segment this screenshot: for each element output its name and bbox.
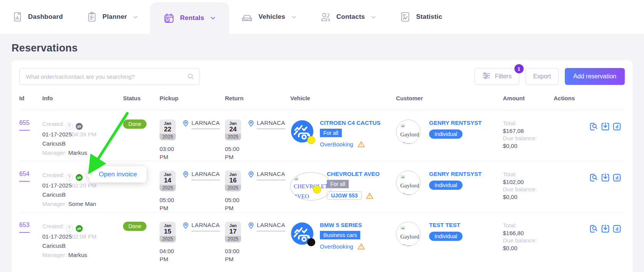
export-button[interactable]: Export <box>526 68 559 85</box>
pickup-location-link[interactable]: LARNACA <box>182 222 220 263</box>
vehicle-alt-text: CHEVROLET AVEO <box>294 181 331 201</box>
pickup-cell: Jan 15 2025 04:00 PM LARNACA <box>160 222 225 263</box>
download-icon[interactable] <box>601 173 610 184</box>
customer-avatar[interactable]: Gaylord Nienow <box>396 222 421 246</box>
document-icon[interactable]: d <box>612 173 622 184</box>
overbooking-link[interactable]: OverBooking <box>320 141 353 148</box>
avatar-alt-text: Gaylord Nienow <box>400 181 420 195</box>
document-icon[interactable]: d <box>612 122 622 133</box>
return-day: 24 <box>225 126 241 134</box>
quickbooks-icon[interactable]: qb <box>76 225 83 232</box>
reservation-id-link[interactable]: 654 <box>19 171 30 182</box>
customer-avatar[interactable]: Gaylord Nienow <box>396 119 421 144</box>
add-reservation-button[interactable]: Add reservation <box>565 68 625 85</box>
vehicle-logo-icon[interactable] <box>290 222 314 245</box>
warning-icon[interactable] <box>357 140 365 148</box>
pickup-day: 15 <box>160 228 176 236</box>
search-icon[interactable] <box>187 73 195 82</box>
pickup-month: Jan <box>160 222 176 228</box>
nav-label: Rentals <box>180 14 204 22</box>
nav-item-statistic[interactable]: Statistic <box>388 0 454 34</box>
created-date: 01-17-2025 <box>42 233 72 240</box>
actions-cell: d <box>554 224 625 235</box>
customer-type-badge: Individual <box>429 129 463 139</box>
help-icon[interactable]: ? <box>66 123 73 130</box>
vehicle-cell: BMW 5 SERIES Business cars OverBooking <box>290 222 396 263</box>
reservation-info: Created:?qb 01-17-202502:08 PM CaricusB … <box>42 222 123 263</box>
customer-type-badge: Individual <box>429 181 463 190</box>
customer-avatar[interactable]: Gaylord Nienow <box>396 171 421 195</box>
toolbar-right: Filters 1 Export Add reservation <box>474 68 625 85</box>
return-location-link[interactable]: LARNACA <box>247 222 285 263</box>
vehicle-logo-icon[interactable] <box>290 119 314 143</box>
return-year: 2025 <box>225 236 241 242</box>
customer-name-link[interactable]: TEST TEST <box>429 222 463 228</box>
return-month: Jan <box>225 222 241 228</box>
pickup-location-link[interactable]: LARNACA <box>182 119 220 161</box>
reservation-info: Created:?qb 01-17-202504:39 PM CaricusB … <box>42 119 123 161</box>
open-invoice-tooltip[interactable]: Open invoice <box>89 166 146 182</box>
dashboard-icon <box>12 11 23 23</box>
manager-name: Markus <box>68 149 87 156</box>
vehicle-name-link[interactable]: BMW 5 SERIES <box>320 222 365 228</box>
manager-label: Manager: <box>42 201 67 207</box>
rentals-icon <box>163 12 175 24</box>
nav-item-dashboard[interactable]: Dashboard <box>12 0 75 34</box>
document-icon[interactable]: d <box>612 224 622 235</box>
created-author: CaricusB <box>42 140 66 147</box>
actions-cell: d <box>554 122 625 133</box>
pickup-time: 04:00 PM <box>160 247 178 263</box>
return-location-link[interactable]: LARNACA <box>247 171 285 212</box>
preview-icon[interactable] <box>589 122 599 133</box>
help-icon[interactable]: ? <box>66 174 73 181</box>
return-cell: Jan 17 2025 03:00 PM LARNACA <box>225 222 290 263</box>
customer-name-link[interactable]: GENRY RENTSYST <box>429 119 482 126</box>
filters-button[interactable]: Filters 1 <box>474 68 519 85</box>
open-invoice-label: Open invoice <box>99 171 137 178</box>
col-header-actions: Actions <box>554 95 625 101</box>
pickup-month: Jan <box>160 119 176 126</box>
manager-name: Markus <box>68 252 87 258</box>
pickup-day: 14 <box>160 177 176 185</box>
nav-item-planner[interactable]: Planner <box>75 0 150 34</box>
customer-name-link[interactable]: GENRY RENTSYST <box>429 171 482 177</box>
actions-cell: d <box>554 173 625 184</box>
due-value: $0,00 <box>503 193 554 201</box>
license-plate[interactable]: UJGW 553 <box>327 191 362 200</box>
vehicle-name-link[interactable]: CHEVROLET AVEO <box>327 171 380 177</box>
col-header-id: Id <box>19 95 42 101</box>
status-badge: Done <box>123 119 146 129</box>
return-day: 16 <box>225 177 241 185</box>
location-pin-icon <box>182 119 190 127</box>
col-header-pickup: Pickup <box>160 95 225 101</box>
quickbooks-icon[interactable]: qb <box>76 174 83 181</box>
nav-label: Dashboard <box>28 13 63 21</box>
warning-icon[interactable] <box>357 242 365 250</box>
help-icon[interactable]: ? <box>66 225 73 232</box>
download-icon[interactable] <box>601 122 610 133</box>
add-reservation-label: Add reservation <box>573 73 616 80</box>
nav-item-vehicles[interactable]: Vehicles <box>229 0 308 34</box>
nav-item-contacts[interactable]: Contacts <box>308 0 388 34</box>
reservation-id-link[interactable]: 653 <box>19 222 30 233</box>
created-author: CaricusB <box>42 191 66 198</box>
nav-item-rentals[interactable]: Rentals <box>150 2 229 34</box>
download-icon[interactable] <box>601 224 610 235</box>
location-pin-icon <box>247 171 255 178</box>
preview-icon[interactable] <box>589 224 599 235</box>
vehicle-status-dot <box>307 238 315 246</box>
pickup-location-link[interactable]: LARNACA <box>182 171 220 212</box>
vehicle-image-broken[interactable]: CHEVROLET AVEO <box>290 171 332 194</box>
toolbar: Filters 1 Export Add reservation <box>19 68 625 85</box>
vehicle-name-link[interactable]: CITROEN C4 CACTUS <box>320 119 381 126</box>
svg-text:d: d <box>616 175 619 181</box>
quickbooks-icon[interactable]: qb <box>76 123 83 130</box>
nav-label: Statistic <box>416 13 442 21</box>
reservation-id-link[interactable]: 655 <box>19 119 30 131</box>
overbooking-link[interactable]: OverBooking <box>320 243 353 250</box>
return-location-link[interactable]: LARNACA <box>247 119 285 161</box>
search-input[interactable] <box>19 68 200 85</box>
customer-cell: Gaylord Nienow TEST TEST Individual <box>396 222 503 263</box>
warning-icon[interactable] <box>366 192 374 200</box>
preview-icon[interactable] <box>589 173 599 184</box>
